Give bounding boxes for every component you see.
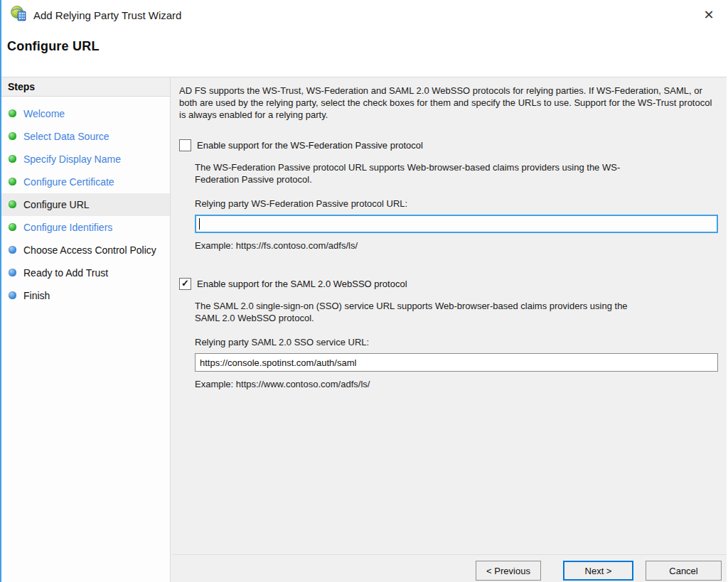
sidebar-step: Configure Certificate	[1, 171, 170, 193]
window-titlebar[interactable]: Add Relying Party Trust Wizard ✕	[1, 0, 727, 30]
sidebar-step: Welcome	[1, 102, 170, 125]
saml-example-text: Example: https://www.contoso.com/adfs/ls…	[195, 379, 718, 389]
content-area: Steps Welcome Select Data Source Specify…	[1, 77, 727, 582]
wsfed-checkbox[interactable]	[179, 139, 191, 151]
steps-sidebar: Steps Welcome Select Data Source Specify…	[1, 77, 171, 582]
wsfed-url-label: Relying party WS-Federation Passive prot…	[195, 198, 718, 209]
step-label: Welcome	[23, 107, 65, 121]
page-title: Configure URL	[7, 39, 100, 54]
step-bullet-icon	[9, 109, 16, 117]
wsfed-description: The WS-Federation Passive protocol URL s…	[195, 161, 639, 185]
wsfed-url-field	[195, 215, 718, 233]
sidebar-step: Specify Display Name	[1, 148, 170, 171]
step-bullet-icon	[9, 132, 16, 140]
check-icon: ✓	[181, 279, 189, 288]
step-label: Configure URL	[23, 198, 90, 212]
close-icon[interactable]: ✕	[700, 6, 718, 24]
sidebar-step: Select Data Source	[1, 125, 170, 148]
previous-button[interactable]: < Previous	[476, 561, 541, 581]
saml-url-label: Relying party SAML 2.0 SSO service URL:	[195, 337, 718, 347]
saml-checkbox-label: Enable support for the SAML 2.0 WebSSO p…	[197, 279, 407, 289]
next-button[interactable]: Next >	[563, 561, 633, 581]
sidebar-step: Ready to Add Trust	[1, 262, 170, 284]
saml-checkbox-row: ✓ Enable support for the SAML 2.0 WebSSO…	[179, 278, 718, 290]
adfs-wizard-icon	[10, 5, 28, 25]
step-bullet-icon	[9, 200, 16, 208]
sidebar-step: Configure URL	[1, 193, 170, 216]
saml-url-field	[195, 353, 718, 372]
cancel-button[interactable]: Cancel	[646, 561, 722, 581]
main-panel: AD FS supports the WS-Trust, WS-Federati…	[171, 77, 727, 582]
step-bullet-icon	[9, 178, 16, 185]
sidebar-step: Choose Access Control Policy	[1, 239, 170, 262]
text-cursor	[199, 218, 200, 230]
wizard-window: Add Relying Party Trust Wizard ✕ Configu…	[0, 0, 727, 582]
step-bullet-icon	[9, 246, 16, 254]
step-label: Configure Identifiers	[23, 220, 112, 235]
step-label: Finish	[23, 289, 50, 303]
step-label: Select Data Source	[23, 129, 109, 144]
wsfed-url-input[interactable]	[195, 215, 718, 233]
sidebar-step: Configure Identifiers	[1, 216, 170, 239]
window-title: Add Relying Party Trust Wizard	[33, 9, 181, 21]
step-bullet-icon	[9, 155, 16, 163]
saml-checkbox[interactable]: ✓	[179, 278, 191, 290]
steps-header: Steps	[1, 77, 170, 97]
step-label: Configure Certificate	[23, 175, 114, 189]
wsfed-example-text: Example: https://fs.contoso.com/adfs/ls/	[195, 240, 718, 251]
saml-description: The SAML 2.0 single-sign-on (SSO) servic…	[195, 300, 639, 324]
footer-bar: < Previous Next > Cancel	[173, 554, 727, 582]
step-label: Specify Display Name	[23, 152, 121, 166]
saml-url-input[interactable]	[195, 353, 718, 372]
step-bullet-icon	[9, 223, 16, 231]
step-label: Choose Access Control Policy	[23, 243, 156, 257]
sidebar-step: Finish	[1, 284, 170, 307]
step-label: Ready to Add Trust	[23, 266, 108, 280]
steps-list: Welcome Select Data Source Specify Displ…	[1, 97, 170, 307]
wsfed-checkbox-row: Enable support for the WS-Federation Pas…	[179, 139, 718, 151]
intro-text: AD FS supports the WS-Trust, WS-Federati…	[179, 85, 718, 121]
wsfed-checkbox-label: Enable support for the WS-Federation Pas…	[197, 140, 423, 151]
step-bullet-icon	[9, 291, 16, 299]
step-bullet-icon	[9, 269, 16, 276]
